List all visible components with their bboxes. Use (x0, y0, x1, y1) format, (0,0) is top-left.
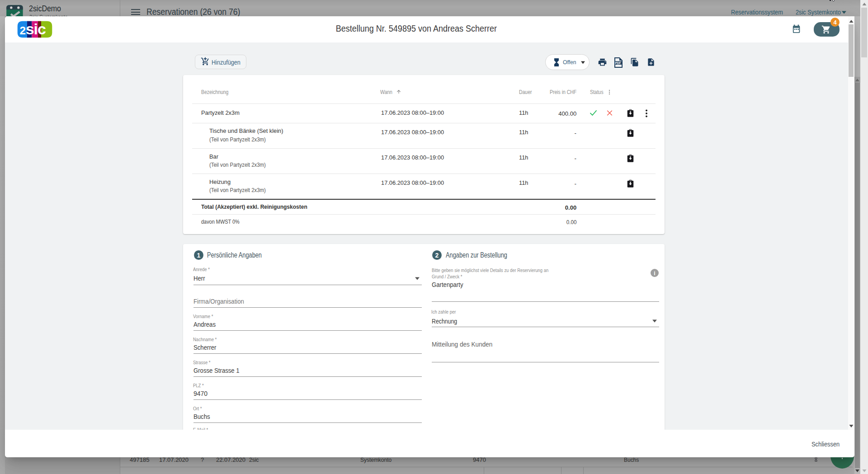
svg-text:PDF: PDF (615, 61, 621, 65)
